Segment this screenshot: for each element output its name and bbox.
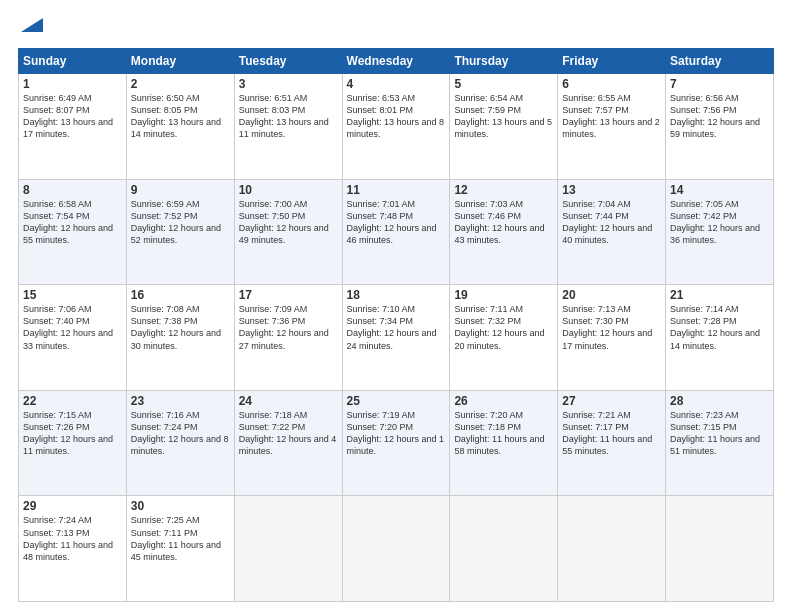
daylight-text: Daylight: 12 hours and 40 minutes. <box>562 223 652 245</box>
day-number: 1 <box>23 77 122 91</box>
daylight-text: Daylight: 11 hours and 48 minutes. <box>23 540 113 562</box>
sunrise-text: Sunrise: 7:05 AM <box>670 199 739 209</box>
day-number: 3 <box>239 77 338 91</box>
daylight-text: Daylight: 12 hours and 43 minutes. <box>454 223 544 245</box>
table-row <box>666 496 774 602</box>
day-number: 23 <box>131 394 230 408</box>
daylight-text: Daylight: 12 hours and 20 minutes. <box>454 328 544 350</box>
cell-info: Sunrise: 6:49 AM Sunset: 8:07 PM Dayligh… <box>23 92 122 141</box>
sunrise-text: Sunrise: 7:25 AM <box>131 515 200 525</box>
sunset-text: Sunset: 8:07 PM <box>23 105 90 115</box>
col-monday: Monday <box>126 49 234 74</box>
table-row: 14 Sunrise: 7:05 AM Sunset: 7:42 PM Dayl… <box>666 179 774 285</box>
calendar-header-row: Sunday Monday Tuesday Wednesday Thursday… <box>19 49 774 74</box>
daylight-text: Daylight: 12 hours and 27 minutes. <box>239 328 329 350</box>
sunset-text: Sunset: 7:54 PM <box>23 211 90 221</box>
daylight-text: Daylight: 12 hours and 30 minutes. <box>131 328 221 350</box>
day-number: 24 <box>239 394 338 408</box>
sunset-text: Sunset: 7:42 PM <box>670 211 737 221</box>
sunrise-text: Sunrise: 7:20 AM <box>454 410 523 420</box>
sunrise-text: Sunrise: 7:21 AM <box>562 410 631 420</box>
daylight-text: Daylight: 12 hours and 46 minutes. <box>347 223 437 245</box>
sunrise-text: Sunrise: 6:49 AM <box>23 93 92 103</box>
sunset-text: Sunset: 7:36 PM <box>239 316 306 326</box>
col-thursday: Thursday <box>450 49 558 74</box>
table-row: 7 Sunrise: 6:56 AM Sunset: 7:56 PM Dayli… <box>666 74 774 180</box>
table-row: 21 Sunrise: 7:14 AM Sunset: 7:28 PM Dayl… <box>666 285 774 391</box>
day-number: 29 <box>23 499 122 513</box>
day-number: 11 <box>347 183 446 197</box>
cell-info: Sunrise: 7:06 AM Sunset: 7:40 PM Dayligh… <box>23 303 122 352</box>
table-row: 9 Sunrise: 6:59 AM Sunset: 7:52 PM Dayli… <box>126 179 234 285</box>
table-row: 26 Sunrise: 7:20 AM Sunset: 7:18 PM Dayl… <box>450 390 558 496</box>
sunrise-text: Sunrise: 7:11 AM <box>454 304 523 314</box>
sunrise-text: Sunrise: 7:18 AM <box>239 410 308 420</box>
sunset-text: Sunset: 7:32 PM <box>454 316 521 326</box>
day-number: 4 <box>347 77 446 91</box>
daylight-text: Daylight: 12 hours and 55 minutes. <box>23 223 113 245</box>
daylight-text: Daylight: 13 hours and 11 minutes. <box>239 117 329 139</box>
cell-info: Sunrise: 6:58 AM Sunset: 7:54 PM Dayligh… <box>23 198 122 247</box>
cell-info: Sunrise: 6:55 AM Sunset: 7:57 PM Dayligh… <box>562 92 661 141</box>
table-row: 29 Sunrise: 7:24 AM Sunset: 7:13 PM Dayl… <box>19 496 127 602</box>
daylight-text: Daylight: 13 hours and 5 minutes. <box>454 117 552 139</box>
daylight-text: Daylight: 13 hours and 8 minutes. <box>347 117 445 139</box>
sunset-text: Sunset: 8:05 PM <box>131 105 198 115</box>
day-number: 19 <box>454 288 553 302</box>
sunset-text: Sunset: 7:15 PM <box>670 422 737 432</box>
sunset-text: Sunset: 7:40 PM <box>23 316 90 326</box>
table-row: 23 Sunrise: 7:16 AM Sunset: 7:24 PM Dayl… <box>126 390 234 496</box>
table-row <box>450 496 558 602</box>
calendar-week-row: 1 Sunrise: 6:49 AM Sunset: 8:07 PM Dayli… <box>19 74 774 180</box>
daylight-text: Daylight: 12 hours and 8 minutes. <box>131 434 229 456</box>
day-number: 25 <box>347 394 446 408</box>
day-number: 30 <box>131 499 230 513</box>
cell-info: Sunrise: 7:04 AM Sunset: 7:44 PM Dayligh… <box>562 198 661 247</box>
sunset-text: Sunset: 7:56 PM <box>670 105 737 115</box>
day-number: 21 <box>670 288 769 302</box>
sunrise-text: Sunrise: 7:03 AM <box>454 199 523 209</box>
table-row: 30 Sunrise: 7:25 AM Sunset: 7:11 PM Dayl… <box>126 496 234 602</box>
cell-info: Sunrise: 7:11 AM Sunset: 7:32 PM Dayligh… <box>454 303 553 352</box>
sunrise-text: Sunrise: 6:50 AM <box>131 93 200 103</box>
table-row <box>558 496 666 602</box>
table-row: 8 Sunrise: 6:58 AM Sunset: 7:54 PM Dayli… <box>19 179 127 285</box>
sunset-text: Sunset: 8:01 PM <box>347 105 414 115</box>
table-row: 5 Sunrise: 6:54 AM Sunset: 7:59 PM Dayli… <box>450 74 558 180</box>
table-row: 3 Sunrise: 6:51 AM Sunset: 8:03 PM Dayli… <box>234 74 342 180</box>
day-number: 13 <box>562 183 661 197</box>
cell-info: Sunrise: 6:53 AM Sunset: 8:01 PM Dayligh… <box>347 92 446 141</box>
cell-info: Sunrise: 6:54 AM Sunset: 7:59 PM Dayligh… <box>454 92 553 141</box>
svg-marker-0 <box>21 18 43 32</box>
cell-info: Sunrise: 7:21 AM Sunset: 7:17 PM Dayligh… <box>562 409 661 458</box>
cell-info: Sunrise: 7:01 AM Sunset: 7:48 PM Dayligh… <box>347 198 446 247</box>
cell-info: Sunrise: 6:51 AM Sunset: 8:03 PM Dayligh… <box>239 92 338 141</box>
cell-info: Sunrise: 7:13 AM Sunset: 7:30 PM Dayligh… <box>562 303 661 352</box>
daylight-text: Daylight: 13 hours and 17 minutes. <box>23 117 113 139</box>
table-row: 24 Sunrise: 7:18 AM Sunset: 7:22 PM Dayl… <box>234 390 342 496</box>
table-row: 10 Sunrise: 7:00 AM Sunset: 7:50 PM Dayl… <box>234 179 342 285</box>
sunrise-text: Sunrise: 7:06 AM <box>23 304 92 314</box>
day-number: 12 <box>454 183 553 197</box>
table-row: 12 Sunrise: 7:03 AM Sunset: 7:46 PM Dayl… <box>450 179 558 285</box>
sunset-text: Sunset: 7:20 PM <box>347 422 414 432</box>
day-number: 28 <box>670 394 769 408</box>
day-number: 6 <box>562 77 661 91</box>
day-number: 16 <box>131 288 230 302</box>
cell-info: Sunrise: 7:03 AM Sunset: 7:46 PM Dayligh… <box>454 198 553 247</box>
sunrise-text: Sunrise: 6:56 AM <box>670 93 739 103</box>
sunrise-text: Sunrise: 7:24 AM <box>23 515 92 525</box>
table-row: 11 Sunrise: 7:01 AM Sunset: 7:48 PM Dayl… <box>342 179 450 285</box>
calendar-week-row: 15 Sunrise: 7:06 AM Sunset: 7:40 PM Dayl… <box>19 285 774 391</box>
sunrise-text: Sunrise: 6:55 AM <box>562 93 631 103</box>
day-number: 18 <box>347 288 446 302</box>
day-number: 9 <box>131 183 230 197</box>
daylight-text: Daylight: 12 hours and 36 minutes. <box>670 223 760 245</box>
day-number: 14 <box>670 183 769 197</box>
table-row: 18 Sunrise: 7:10 AM Sunset: 7:34 PM Dayl… <box>342 285 450 391</box>
daylight-text: Daylight: 13 hours and 2 minutes. <box>562 117 660 139</box>
sunrise-text: Sunrise: 6:58 AM <box>23 199 92 209</box>
cell-info: Sunrise: 7:24 AM Sunset: 7:13 PM Dayligh… <box>23 514 122 563</box>
cell-info: Sunrise: 7:15 AM Sunset: 7:26 PM Dayligh… <box>23 409 122 458</box>
sunset-text: Sunset: 7:22 PM <box>239 422 306 432</box>
